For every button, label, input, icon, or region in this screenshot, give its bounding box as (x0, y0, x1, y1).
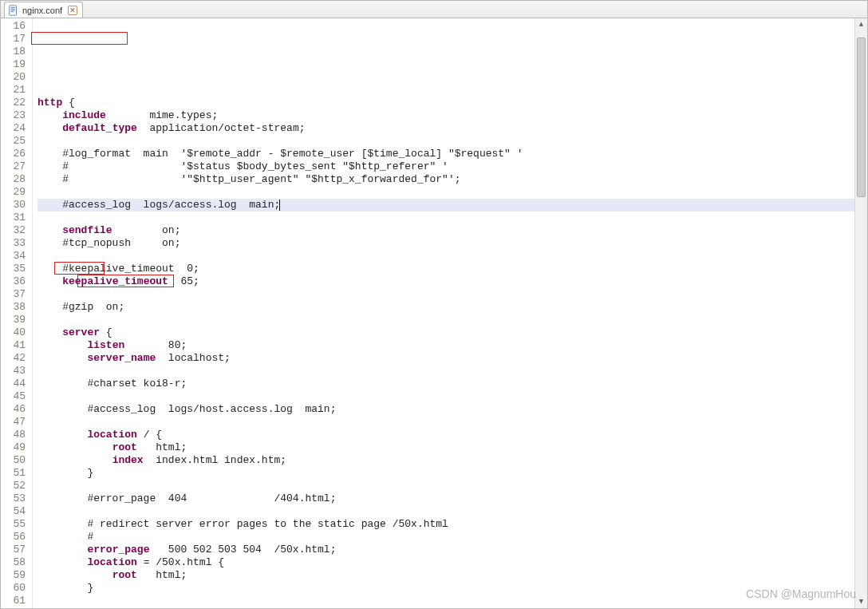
code-line[interactable] (37, 212, 867, 224)
line-number: 33 (1, 237, 26, 250)
code-line[interactable] (37, 505, 867, 518)
line-number: 53 (1, 492, 26, 505)
code-line[interactable]: # (37, 531, 867, 544)
line-number: 25 (1, 135, 26, 148)
line-number: 38 (1, 301, 26, 314)
code-line[interactable]: error_page 500 502 503 504 /50x.html; (37, 544, 867, 556)
code-line[interactable]: #charset koi8-r; (37, 378, 867, 390)
code-line[interactable]: sendfile on; (37, 224, 867, 237)
code-line[interactable]: #log_format main '$remote_addr - $remote… (37, 148, 867, 160)
line-number: 28 (1, 173, 26, 186)
line-number-gutter: 1617181920212223242526272829303132333435… (1, 18, 33, 608)
code-area[interactable]: http { include mime.types; default_type … (33, 18, 867, 608)
line-number: 24 (1, 122, 26, 135)
line-number: 61 (1, 595, 26, 607)
scroll-up-arrow[interactable]: ▲ (855, 18, 867, 31)
line-number: 55 (1, 518, 26, 531)
line-number: 32 (1, 224, 26, 237)
code-line[interactable]: server_name localhost; (37, 352, 867, 365)
close-icon[interactable]: ✕ (68, 6, 77, 15)
line-number: 35 (1, 263, 26, 275)
code-line[interactable]: #error_page 404 /404.html; (37, 492, 867, 505)
tab-nginx-conf[interactable]: nginx.conf ✕ (4, 2, 83, 18)
line-number: 21 (1, 84, 26, 97)
code-line[interactable]: #access_log logs/access.log main; (37, 199, 867, 212)
line-number: 46 (1, 403, 26, 416)
line-number: 48 (1, 429, 26, 441)
line-number: 54 (1, 505, 26, 518)
code-line[interactable]: server { (37, 326, 867, 339)
code-line[interactable]: http { (37, 97, 867, 109)
code-line[interactable] (37, 480, 867, 492)
line-number: 29 (1, 186, 26, 199)
line-number: 57 (1, 544, 26, 556)
code-line[interactable] (37, 186, 867, 199)
code-line[interactable] (37, 84, 867, 97)
tab-filename: nginx.conf (22, 6, 62, 15)
line-number: 59 (1, 569, 26, 582)
tab-bar: nginx.conf ✕ (1, 1, 867, 18)
code-line[interactable]: include mime.types; (37, 109, 867, 122)
line-number: 26 (1, 148, 26, 160)
line-number: 50 (1, 454, 26, 467)
line-number: 37 (1, 288, 26, 301)
line-number: 18 (1, 45, 26, 58)
scroll-down-arrow[interactable]: ▼ (855, 595, 867, 608)
file-icon (8, 5, 19, 16)
line-number: 52 (1, 480, 26, 492)
line-number: 40 (1, 326, 26, 339)
code-line[interactable]: #tcp_nopush on; (37, 237, 867, 250)
code-line[interactable] (37, 390, 867, 403)
line-number: 44 (1, 378, 26, 390)
highlight-box-http (31, 32, 128, 45)
line-number: 49 (1, 441, 26, 454)
code-line[interactable]: root html; (37, 441, 867, 454)
code-line[interactable] (37, 595, 867, 607)
code-line[interactable]: # redirect server error pages to the sta… (37, 518, 867, 531)
code-line[interactable]: #access_log logs/host.access.log main; (37, 403, 867, 416)
code-line[interactable]: #gzip on; (37, 301, 867, 314)
code-line[interactable] (37, 135, 867, 148)
line-number: 60 (1, 582, 26, 595)
code-line[interactable] (37, 288, 867, 301)
code-line[interactable] (37, 365, 867, 378)
code-line[interactable]: location = /50x.html { (37, 556, 867, 569)
line-number: 42 (1, 352, 26, 365)
code-line[interactable]: default_type application/octet-stream; (37, 122, 867, 135)
line-number: 30 (1, 199, 26, 212)
vertical-scrollbar[interactable]: ▲ ▼ (854, 18, 867, 608)
code-line[interactable]: } (37, 467, 867, 480)
line-number: 47 (1, 416, 26, 429)
line-number: 20 (1, 71, 26, 84)
code-line[interactable]: # '$status $body_bytes_sent "$http_refer… (37, 160, 867, 173)
line-number: 31 (1, 212, 26, 224)
line-number: 19 (1, 58, 26, 71)
line-number: 17 (1, 33, 26, 45)
line-number: 51 (1, 467, 26, 480)
text-caret (279, 200, 280, 211)
line-number: 16 (1, 20, 26, 33)
code-line[interactable]: keepalive_timeout 65; (37, 275, 867, 288)
code-line[interactable] (37, 314, 867, 326)
code-line[interactable]: location / { (37, 429, 867, 441)
code-line[interactable]: listen 80; (37, 339, 867, 352)
code-line[interactable]: } (37, 582, 867, 595)
line-number: 41 (1, 339, 26, 352)
line-number: 56 (1, 531, 26, 544)
line-number: 36 (1, 275, 26, 288)
code-editor[interactable]: 1617181920212223242526272829303132333435… (1, 18, 867, 608)
line-number: 58 (1, 556, 26, 569)
code-line[interactable]: # proxy the PHP scripts to Apache listen… (37, 607, 867, 608)
line-number: 34 (1, 250, 26, 263)
code-line[interactable]: #keepalive_timeout 0; (37, 263, 867, 275)
code-line[interactable] (37, 416, 867, 429)
code-line[interactable]: index index.html index.htm; (37, 454, 867, 467)
scrollbar-track[interactable] (855, 31, 867, 595)
code-line[interactable]: # '"$http_user_agent" "$http_x_forwarded… (37, 173, 867, 186)
code-line[interactable]: root html; (37, 569, 867, 582)
line-number: 23 (1, 109, 26, 122)
code-line[interactable] (37, 250, 867, 263)
scrollbar-thumb[interactable] (857, 38, 866, 197)
line-number: 45 (1, 390, 26, 403)
line-number: 22 (1, 97, 26, 109)
